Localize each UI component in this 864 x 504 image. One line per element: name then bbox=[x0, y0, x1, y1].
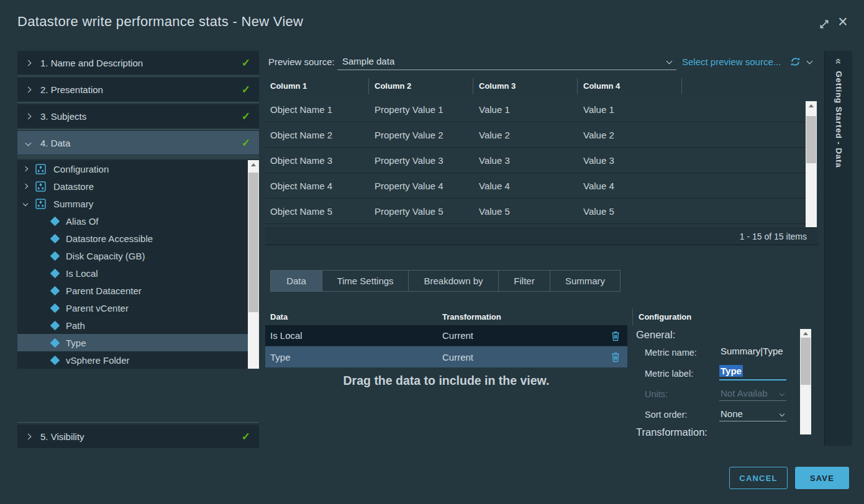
data-row[interactable]: TypeCurrent bbox=[265, 346, 627, 367]
preview-table-cell: Value 1 bbox=[479, 104, 510, 115]
column-separator bbox=[368, 78, 369, 94]
chevron-down-icon bbox=[666, 58, 673, 64]
tree-item-label: Path bbox=[66, 320, 85, 331]
tree-item[interactable]: Parent vCenter bbox=[17, 299, 248, 317]
chevron-right-icon bbox=[25, 86, 32, 92]
column-separator bbox=[577, 78, 578, 94]
close-icon[interactable]: × bbox=[838, 14, 848, 30]
getting-started-strip[interactable]: «Getting Started - Data bbox=[824, 51, 852, 446]
checkmark-icon: ✓ bbox=[242, 430, 250, 443]
dropdown-value: None bbox=[719, 408, 780, 419]
separator bbox=[17, 129, 259, 130]
step-item[interactable]: 5. Visibility✓ bbox=[17, 425, 259, 448]
delete-icon[interactable] bbox=[611, 351, 621, 362]
diamond-icon bbox=[50, 233, 60, 243]
preview-table-cell: Property Value 4 bbox=[375, 181, 443, 191]
preview-table-header: Column 1Column 2Column 3Column 4 bbox=[265, 76, 818, 97]
preview-table-cell: Object Name 5 bbox=[270, 206, 332, 217]
config-field-label: Metric name: bbox=[645, 348, 697, 358]
preview-table-row[interactable]: Object Name 3Property Value 3Value 3Valu… bbox=[265, 148, 818, 173]
preview-table-row[interactable]: Object Name 4Property Value 4Value 4Valu… bbox=[265, 173, 818, 199]
selected-text: Type bbox=[719, 365, 743, 377]
tree-item-label: Type bbox=[66, 338, 86, 348]
step-item[interactable]: 4. Data✓ bbox=[17, 131, 259, 155]
sort-order-select[interactable]: None bbox=[719, 407, 786, 421]
tree-item-label: Configuration bbox=[53, 164, 109, 174]
diamond-icon bbox=[50, 338, 60, 348]
config-field: Sort order:None bbox=[632, 407, 818, 423]
collapse-panel-icon[interactable]: « bbox=[833, 58, 845, 65]
tree-item[interactable]: Is Local bbox=[17, 264, 248, 282]
data-cell: Is Local bbox=[270, 330, 302, 341]
cancel-button[interactable]: CANCEL bbox=[729, 467, 788, 489]
separator bbox=[17, 76, 259, 76]
config-field: Units:Not Availab bbox=[632, 386, 818, 402]
preview-table-row[interactable]: Object Name 1Property Value 1Value 1Valu… bbox=[265, 97, 818, 122]
tab-breakdown-by[interactable]: Breakdown by bbox=[408, 270, 499, 292]
preview-table-cell: Value 2 bbox=[583, 130, 614, 140]
tab-summary[interactable]: Summary bbox=[550, 270, 621, 292]
dropdown-value: Sample data bbox=[342, 56, 667, 66]
tab-data[interactable]: Data bbox=[270, 270, 322, 292]
data-cell: Type bbox=[270, 352, 291, 362]
data-row[interactable]: Is LocalCurrent bbox=[265, 325, 627, 346]
tab-filter[interactable]: Filter bbox=[498, 270, 550, 292]
tree-item[interactable]: Configuration bbox=[17, 160, 248, 178]
step-item[interactable]: 3. Subjects✓ bbox=[17, 104, 259, 128]
tree-item[interactable]: Datastore bbox=[17, 178, 248, 195]
scroll-thumb[interactable] bbox=[248, 173, 258, 312]
metric-label-input[interactable]: Type bbox=[719, 366, 786, 380]
tree-item-label: Disk Capacity (GB) bbox=[66, 251, 145, 261]
step-label: 1. Name and Description bbox=[40, 58, 242, 68]
checkmark-icon: ✓ bbox=[242, 56, 250, 70]
scroll-thumb[interactable] bbox=[806, 116, 816, 163]
config-scrollbar[interactable] bbox=[800, 329, 811, 434]
transformation-column-header: Transformation bbox=[442, 312, 501, 322]
tab-time-settings[interactable]: Time Settings bbox=[322, 270, 409, 292]
tree-item-label: Is Local bbox=[66, 268, 98, 279]
tree-item[interactable]: Disk Capacity (GB) bbox=[17, 247, 248, 264]
tree-item[interactable]: Datastore Accessible bbox=[17, 230, 248, 247]
step-item[interactable]: 2. Presentation✓ bbox=[17, 78, 259, 101]
column-header: Column 1 bbox=[270, 81, 307, 91]
tree-item[interactable]: Alias Of bbox=[17, 212, 248, 230]
save-button[interactable]: SAVE bbox=[795, 467, 849, 489]
scroll-up-button[interactable] bbox=[806, 101, 817, 110]
scroll-thumb[interactable] bbox=[801, 338, 811, 385]
tree-item[interactable]: Type bbox=[17, 334, 248, 351]
tree-item-label: Parent vCenter bbox=[66, 303, 129, 313]
refresh-icon[interactable] bbox=[790, 56, 801, 67]
diamond-icon bbox=[50, 303, 60, 313]
tree-scrollbar[interactable] bbox=[248, 160, 259, 369]
preview-source-dropdown[interactable]: Sample data bbox=[337, 52, 676, 70]
scroll-up-button[interactable] bbox=[248, 160, 259, 169]
delete-icon[interactable] bbox=[611, 330, 621, 341]
tree-item[interactable]: Summary bbox=[17, 195, 248, 212]
folder-group-icon bbox=[35, 164, 46, 174]
dialog-title: Datastore write performance stats - New … bbox=[17, 14, 303, 30]
preview-options-chevron[interactable] bbox=[807, 58, 813, 65]
preview-table-cell: Value 4 bbox=[583, 181, 614, 191]
preview-table-row[interactable]: Object Name 2Property Value 2Value 2Valu… bbox=[265, 122, 818, 148]
tree-item[interactable]: vSphere Folder bbox=[17, 351, 248, 369]
resize-icon[interactable] bbox=[819, 19, 830, 30]
configuration-header: Configuration bbox=[632, 308, 818, 325]
preview-table-row[interactable]: Object Name 5Property Value 5Value 5Valu… bbox=[265, 199, 818, 224]
tree-item-label: vSphere Folder bbox=[66, 355, 130, 366]
step-item[interactable]: 1. Name and Description✓ bbox=[17, 51, 259, 74]
preview-table-scrollbar[interactable] bbox=[806, 101, 817, 227]
scroll-up-button[interactable] bbox=[800, 329, 811, 338]
tree-item[interactable]: Path bbox=[17, 317, 248, 334]
general-label: General: bbox=[636, 329, 675, 341]
preview-table-cell: Object Name 4 bbox=[270, 181, 332, 191]
preview-table-cell: Object Name 2 bbox=[270, 130, 332, 140]
tree-item[interactable]: Parent Datacenter bbox=[17, 282, 248, 299]
diamond-icon bbox=[50, 320, 60, 330]
step-label: 4. Data bbox=[40, 138, 242, 148]
data-column-header: Data bbox=[270, 312, 288, 322]
preview-table-cell: Object Name 3 bbox=[270, 155, 332, 166]
select-preview-source-link[interactable]: Select preview source... bbox=[682, 56, 781, 67]
properties-tree: ConfigurationDatastoreSummaryAlias OfDat… bbox=[17, 160, 259, 369]
preview-table-cell: Property Value 1 bbox=[375, 104, 443, 115]
metric-name-value: Summary|Type bbox=[721, 346, 783, 356]
